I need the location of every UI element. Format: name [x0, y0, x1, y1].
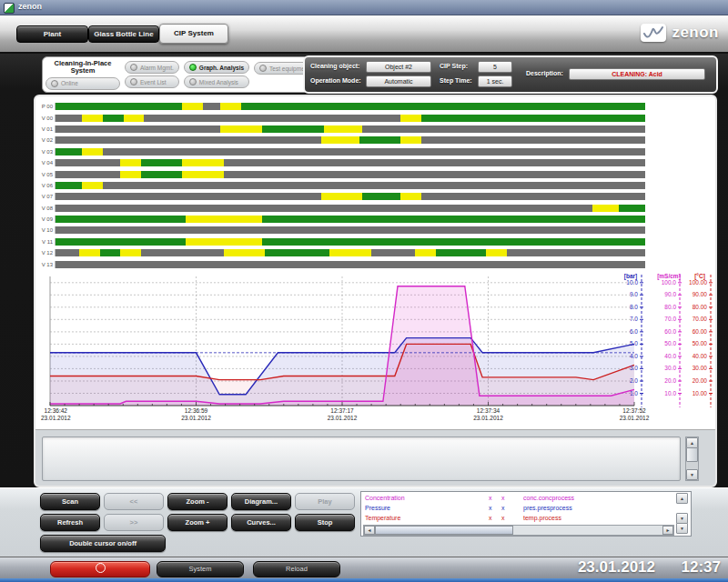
main-area: Cleaning-In-PlaceSystem Online Alarm Mgm…	[0, 54, 728, 487]
gantt-row: V 10	[37, 225, 674, 236]
system-button[interactable]: System	[157, 561, 244, 577]
gantt-rows: P 00V 00V 01V 02V 03V 04V 05V 06V 07V 08…	[37, 101, 674, 270]
time-tick-label: 12:36:4223.01.2012	[41, 407, 71, 422]
svg-text:4.0: 4.0	[630, 353, 638, 359]
gantt-segment-gray	[56, 171, 120, 178]
gantt-segment-yellow	[186, 238, 262, 246]
tab-glass-bottle-line[interactable]: Glass Bottle Line	[88, 25, 159, 43]
gantt-segment-green	[241, 103, 645, 110]
radio-icon	[130, 64, 137, 71]
gantt-segment-green	[56, 148, 82, 156]
legend-hscrollbar[interactable]: ◄ ►	[363, 525, 674, 536]
button-curves-[interactable]: Curves...	[231, 514, 291, 531]
svg-text:5.0: 5.0	[630, 340, 638, 346]
reload-button[interactable]: Reload	[253, 561, 340, 577]
legend-row-concentration[interactable]: Concentrationxxconc.concprocess	[363, 493, 672, 503]
nav-item-test-equipment[interactable]: Test equipment	[254, 62, 310, 75]
gantt-segment-green	[619, 205, 645, 212]
scroll-down-icon[interactable]: ▼	[686, 469, 698, 480]
svg-text:40.0: 40.0	[664, 353, 676, 359]
gantt-segment-gray	[507, 249, 645, 256]
svg-text:10.0: 10.0	[664, 390, 676, 396]
gantt-segment-yellow	[415, 249, 436, 256]
legend-mark: x	[501, 493, 505, 503]
hscrollbar-thumb[interactable]	[375, 526, 513, 535]
gantt-segment-yellow	[182, 171, 223, 178]
legend-row-pressure[interactable]: Pressurexxpres.presprocess	[363, 503, 672, 513]
scrollbar-thumb[interactable]	[686, 447, 698, 462]
zenon-logo: zenon	[641, 24, 719, 42]
gantt-row-label: V 05	[37, 172, 55, 177]
button-stop[interactable]: Stop	[295, 514, 355, 531]
gantt-row-bar	[55, 182, 645, 189]
gantt-segment-gray	[144, 115, 400, 122]
gantt-segment-gray	[141, 249, 224, 256]
tab-cip-system[interactable]: CIP System	[159, 24, 228, 44]
gantt-segment-gray	[56, 249, 79, 256]
gantt-segment-yellow	[220, 125, 261, 133]
gantt-segment-yellow	[224, 249, 265, 256]
legend-scroll-up-icon[interactable]: ▲	[676, 493, 688, 504]
gantt-row-bar	[55, 103, 645, 110]
button->>[interactable]: >>	[104, 514, 164, 531]
button-zoom-+[interactable]: Zoom +	[167, 514, 228, 531]
gantt-segment-yellow	[486, 249, 507, 256]
legend-series-name: Temperature	[365, 513, 400, 523]
gantt-segment-green	[262, 216, 645, 223]
nav-item-online[interactable]: Online	[46, 77, 120, 90]
gantt-row: V 01	[37, 124, 674, 135]
legend-channel-name: conc.concprocess	[523, 493, 574, 503]
gantt-segment-yellow	[186, 216, 262, 223]
gantt-row: V 06	[37, 180, 674, 191]
gantt-segment-gray	[56, 261, 645, 268]
gantt-segment-yellow	[182, 159, 223, 166]
legend-row-temperature[interactable]: Temperaturexxtemp.process	[363, 513, 672, 523]
vertical-scrollbar[interactable]: ▲ ▼	[685, 436, 699, 481]
gantt-row: V 07	[37, 191, 674, 202]
svg-text:70.0: 70.0	[664, 316, 676, 322]
double-cursor-button[interactable]: Double cursor on/off	[40, 535, 166, 552]
legend-vscrollbar[interactable]: ▲ ▼ ▼	[676, 493, 688, 533]
svg-text:100.0: 100.0	[662, 279, 677, 286]
gantt-segment-gray	[56, 115, 82, 122]
nav-item-graph-analysis[interactable]: Graph. Analysis	[184, 61, 249, 74]
gantt-row-label: V 07	[37, 194, 55, 199]
gantt-segment-gray	[56, 205, 592, 212]
gantt-segment-green	[262, 238, 645, 246]
gantt-row-bar	[55, 136, 645, 144]
gantt-row-label: V 06	[37, 183, 55, 188]
trend-plot: [bar]10.09.08.07.06.05.04.03.02.01.0[mS/…	[39, 271, 713, 409]
scroll-right-icon[interactable]: ►	[662, 526, 673, 535]
svg-text:20.00: 20.00	[693, 377, 708, 384]
nav-item-event-list[interactable]: Event List	[125, 75, 179, 88]
legend-scroll-down2-icon[interactable]: ▼	[676, 523, 688, 534]
bottom-accent-bar	[0, 578, 728, 582]
gantt-segment-yellow	[182, 103, 203, 110]
button-scan[interactable]: Scan	[40, 493, 100, 510]
radio-icon-active	[189, 64, 197, 71]
emergency-stop-button[interactable]	[50, 561, 150, 577]
gantt-segment-yellow	[324, 125, 362, 133]
tab-plant[interactable]: Plant	[16, 25, 88, 43]
gantt-row-label: V 04	[37, 160, 55, 166]
button-<<[interactable]: <<	[104, 493, 164, 510]
gantt-row-bar	[55, 159, 645, 166]
button-diagram-[interactable]: Diagram...	[231, 493, 291, 510]
gantt-segment-yellow	[82, 148, 103, 156]
button-play[interactable]: Play	[295, 493, 355, 510]
scroll-left-icon[interactable]: ◄	[364, 526, 375, 535]
nav-item-mixed-analysis[interactable]: Mixed Analysis	[184, 75, 249, 88]
button-zoom--[interactable]: Zoom -	[167, 493, 228, 510]
svg-text:30.0: 30.0	[664, 365, 676, 371]
legend-mark: x	[489, 513, 492, 523]
gantt-segment-gray	[421, 136, 645, 144]
gantt-segment-gray	[103, 148, 645, 156]
gantt-segment-gray	[224, 159, 645, 166]
gantt-row-bar	[55, 226, 645, 234]
gantt-row-bar	[55, 216, 645, 223]
gantt-row-bar	[55, 125, 645, 133]
legend-channel-name: pres.presprocess	[523, 503, 572, 513]
nav-item-alarm-mgmt[interactable]: Alarm Mgmt.	[125, 61, 179, 74]
gantt-row-label: V 03	[37, 149, 55, 155]
button-refresh[interactable]: Refresh	[40, 514, 100, 531]
